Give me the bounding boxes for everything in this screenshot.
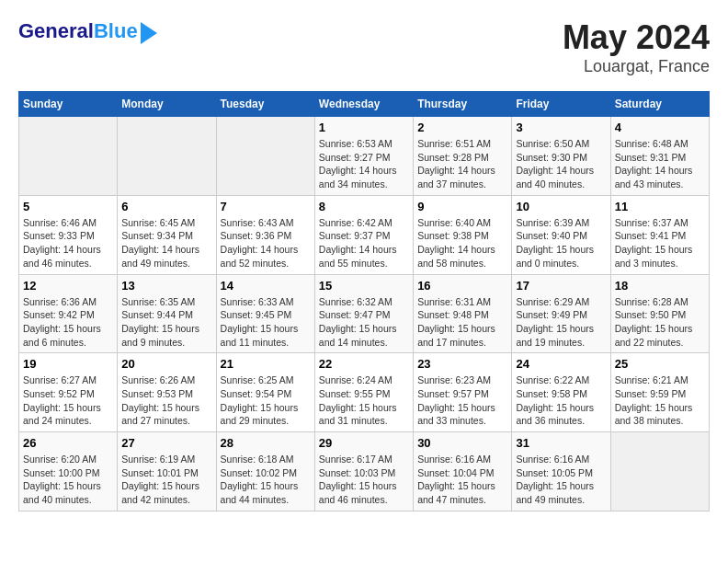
- weekday-header-cell: Monday: [118, 92, 216, 117]
- day-number: 7: [221, 200, 311, 213]
- day-info: Sunrise: 6:27 AM Sunset: 9:52 PM Dayligh…: [23, 373, 113, 428]
- calendar-day-cell: 9Sunrise: 6:40 AM Sunset: 9:38 PM Daylig…: [414, 195, 512, 274]
- day-info: Sunrise: 6:25 AM Sunset: 9:54 PM Dayligh…: [221, 373, 311, 428]
- day-info: Sunrise: 6:22 AM Sunset: 9:58 PM Dayligh…: [516, 373, 606, 428]
- day-number: 14: [221, 279, 311, 293]
- calendar-day-cell: 12Sunrise: 6:36 AM Sunset: 9:42 PM Dayli…: [19, 274, 118, 353]
- day-info: Sunrise: 6:53 AM Sunset: 9:27 PM Dayligh…: [319, 137, 409, 191]
- calendar-day-cell: 19Sunrise: 6:27 AM Sunset: 9:52 PM Dayli…: [19, 353, 118, 432]
- day-info: Sunrise: 6:40 AM Sunset: 9:38 PM Dayligh…: [417, 216, 507, 270]
- weekday-header-cell: Wednesday: [314, 92, 413, 117]
- day-info: Sunrise: 6:46 AM Sunset: 9:33 PM Dayligh…: [23, 216, 113, 270]
- day-number: 20: [121, 357, 211, 371]
- calendar-day-cell: [610, 432, 709, 511]
- calendar-day-cell: 20Sunrise: 6:26 AM Sunset: 9:53 PM Dayli…: [118, 353, 216, 432]
- day-info: Sunrise: 6:35 AM Sunset: 9:44 PM Dayligh…: [121, 295, 211, 350]
- day-number: 18: [615, 279, 705, 293]
- day-number: 12: [23, 279, 113, 293]
- day-info: Sunrise: 6:24 AM Sunset: 9:55 PM Dayligh…: [319, 373, 409, 428]
- day-info: Sunrise: 6:19 AM Sunset: 10:01 PM Daylig…: [121, 453, 211, 507]
- day-info: Sunrise: 6:23 AM Sunset: 9:57 PM Dayligh…: [417, 373, 507, 428]
- logo-arrow-icon: [141, 22, 157, 44]
- day-number: 10: [516, 200, 606, 213]
- weekday-header-cell: Saturday: [610, 92, 709, 117]
- day-info: Sunrise: 6:33 AM Sunset: 9:45 PM Dayligh…: [221, 295, 311, 350]
- day-number: 11: [615, 200, 705, 213]
- calendar-day-cell: 30Sunrise: 6:16 AM Sunset: 10:04 PM Dayl…: [414, 432, 512, 511]
- day-info: Sunrise: 6:51 AM Sunset: 9:28 PM Dayligh…: [417, 137, 507, 191]
- calendar-day-cell: [216, 117, 314, 196]
- day-number: 17: [516, 279, 606, 293]
- day-number: 2: [417, 121, 507, 134]
- calendar-day-cell: 4Sunrise: 6:48 AM Sunset: 9:31 PM Daylig…: [610, 117, 709, 196]
- day-info: Sunrise: 6:28 AM Sunset: 9:50 PM Dayligh…: [615, 295, 705, 350]
- weekday-header-cell: Thursday: [414, 92, 512, 117]
- weekday-header-cell: Sunday: [19, 92, 118, 117]
- day-info: Sunrise: 6:37 AM Sunset: 9:41 PM Dayligh…: [615, 216, 705, 270]
- weekday-header-cell: Friday: [512, 92, 610, 117]
- calendar-day-cell: 29Sunrise: 6:17 AM Sunset: 10:03 PM Dayl…: [314, 432, 413, 511]
- day-number: 26: [23, 436, 113, 450]
- day-number: 29: [319, 436, 409, 450]
- day-info: Sunrise: 6:43 AM Sunset: 9:36 PM Dayligh…: [221, 216, 311, 270]
- calendar-day-cell: 14Sunrise: 6:33 AM Sunset: 9:45 PM Dayli…: [216, 274, 314, 353]
- calendar-day-cell: 27Sunrise: 6:19 AM Sunset: 10:01 PM Dayl…: [118, 432, 216, 511]
- day-number: 19: [23, 357, 113, 371]
- calendar-body: 1Sunrise: 6:53 AM Sunset: 9:27 PM Daylig…: [19, 117, 710, 511]
- page-header: GeneralBlue May 2024 Louargat, France: [18, 18, 710, 76]
- day-number: 5: [23, 200, 113, 213]
- day-info: Sunrise: 6:42 AM Sunset: 9:37 PM Dayligh…: [319, 216, 409, 270]
- day-info: Sunrise: 6:21 AM Sunset: 9:59 PM Dayligh…: [615, 373, 705, 428]
- day-number: 21: [221, 357, 311, 371]
- calendar-day-cell: 6Sunrise: 6:45 AM Sunset: 9:34 PM Daylig…: [118, 195, 216, 274]
- calendar-day-cell: 21Sunrise: 6:25 AM Sunset: 9:54 PM Dayli…: [216, 353, 314, 432]
- day-info: Sunrise: 6:20 AM Sunset: 10:00 PM Daylig…: [23, 453, 113, 507]
- day-number: 1: [319, 121, 409, 134]
- day-info: Sunrise: 6:50 AM Sunset: 9:30 PM Dayligh…: [516, 137, 606, 191]
- day-number: 8: [319, 200, 409, 213]
- day-number: 9: [417, 200, 507, 213]
- day-info: Sunrise: 6:31 AM Sunset: 9:48 PM Dayligh…: [417, 295, 507, 350]
- day-info: Sunrise: 6:36 AM Sunset: 9:42 PM Dayligh…: [23, 295, 113, 350]
- day-info: Sunrise: 6:26 AM Sunset: 9:53 PM Dayligh…: [121, 373, 211, 428]
- calendar-day-cell: 7Sunrise: 6:43 AM Sunset: 9:36 PM Daylig…: [216, 195, 314, 274]
- day-info: Sunrise: 6:39 AM Sunset: 9:40 PM Dayligh…: [516, 216, 606, 270]
- day-number: 25: [615, 357, 705, 371]
- calendar-day-cell: 31Sunrise: 6:16 AM Sunset: 10:05 PM Dayl…: [512, 432, 610, 511]
- calendar-day-cell: 17Sunrise: 6:29 AM Sunset: 9:49 PM Dayli…: [512, 274, 610, 353]
- day-info: Sunrise: 6:45 AM Sunset: 9:34 PM Dayligh…: [121, 216, 211, 270]
- day-number: 30: [417, 436, 507, 450]
- day-number: 31: [516, 436, 606, 450]
- title-block: May 2024 Louargat, France: [563, 18, 710, 76]
- calendar-week-row: 1Sunrise: 6:53 AM Sunset: 9:27 PM Daylig…: [19, 117, 710, 196]
- calendar-day-cell: 1Sunrise: 6:53 AM Sunset: 9:27 PM Daylig…: [314, 117, 413, 196]
- day-info: Sunrise: 6:18 AM Sunset: 10:02 PM Daylig…: [221, 453, 311, 507]
- calendar-day-cell: 25Sunrise: 6:21 AM Sunset: 9:59 PM Dayli…: [610, 353, 709, 432]
- calendar-day-cell: 28Sunrise: 6:18 AM Sunset: 10:02 PM Dayl…: [216, 432, 314, 511]
- calendar-day-cell: 3Sunrise: 6:50 AM Sunset: 9:30 PM Daylig…: [512, 117, 610, 196]
- day-number: 16: [417, 279, 507, 293]
- calendar-day-cell: 23Sunrise: 6:23 AM Sunset: 9:57 PM Dayli…: [414, 353, 512, 432]
- day-number: 23: [417, 357, 507, 371]
- calendar-day-cell: 2Sunrise: 6:51 AM Sunset: 9:28 PM Daylig…: [414, 117, 512, 196]
- logo: GeneralBlue: [18, 18, 157, 44]
- day-number: 24: [516, 357, 606, 371]
- calendar-day-cell: [19, 117, 118, 196]
- calendar-day-cell: 24Sunrise: 6:22 AM Sunset: 9:58 PM Dayli…: [512, 353, 610, 432]
- calendar-week-row: 12Sunrise: 6:36 AM Sunset: 9:42 PM Dayli…: [19, 274, 710, 353]
- day-info: Sunrise: 6:17 AM Sunset: 10:03 PM Daylig…: [319, 453, 409, 507]
- day-info: Sunrise: 6:16 AM Sunset: 10:04 PM Daylig…: [417, 453, 507, 507]
- calendar-day-cell: 15Sunrise: 6:32 AM Sunset: 9:47 PM Dayli…: [314, 274, 413, 353]
- calendar-week-row: 26Sunrise: 6:20 AM Sunset: 10:00 PM Dayl…: [19, 432, 710, 511]
- calendar-day-cell: 22Sunrise: 6:24 AM Sunset: 9:55 PM Dayli…: [314, 353, 413, 432]
- day-number: 6: [121, 200, 211, 213]
- calendar-day-cell: 18Sunrise: 6:28 AM Sunset: 9:50 PM Dayli…: [610, 274, 709, 353]
- calendar-day-cell: 10Sunrise: 6:39 AM Sunset: 9:40 PM Dayli…: [512, 195, 610, 274]
- calendar-title: May 2024: [563, 18, 710, 57]
- day-number: 13: [121, 279, 211, 293]
- day-number: 15: [319, 279, 409, 293]
- day-number: 4: [615, 121, 705, 134]
- day-info: Sunrise: 6:29 AM Sunset: 9:49 PM Dayligh…: [516, 295, 606, 350]
- day-number: 3: [516, 121, 606, 134]
- calendar-day-cell: 13Sunrise: 6:35 AM Sunset: 9:44 PM Dayli…: [118, 274, 216, 353]
